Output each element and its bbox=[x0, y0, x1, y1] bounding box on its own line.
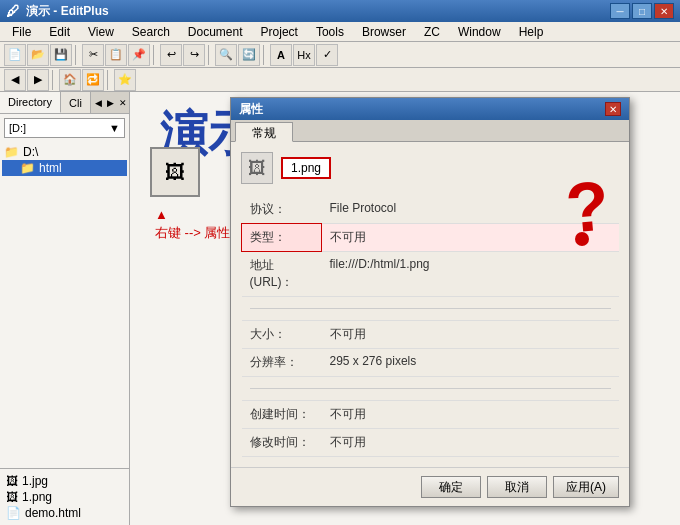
prop-key-size: 大小： bbox=[242, 321, 322, 349]
prop-row-div1 bbox=[242, 297, 620, 321]
dialog-title-bar: 属性 ✕ bbox=[231, 98, 629, 120]
toolbar: 📄 📂 💾 ✂ 📋 📌 ↩ ↪ 🔍 🔄 A Hx ✓ bbox=[0, 42, 680, 68]
prop-row-type: 类型： 不可用 bbox=[242, 224, 620, 252]
menu-tools[interactable]: Tools bbox=[308, 24, 352, 40]
prop-key-res: 分辨率： bbox=[242, 349, 322, 377]
menu-search[interactable]: Search bbox=[124, 24, 178, 40]
file-header: 🖼 1.png bbox=[241, 152, 619, 184]
menu-browser[interactable]: Browser bbox=[354, 24, 414, 40]
arrow-left-icon[interactable]: ◀ bbox=[93, 98, 104, 108]
spell-button[interactable]: ✓ bbox=[316, 44, 338, 66]
separator-5 bbox=[52, 70, 56, 90]
separator-4 bbox=[263, 45, 267, 65]
directory-tree: 📁 D:\ 📁 html bbox=[0, 142, 129, 468]
dialog-title-text: 属性 bbox=[239, 101, 605, 118]
refresh-button[interactable]: 🔁 bbox=[82, 69, 104, 91]
copy-button[interactable]: 📋 bbox=[105, 44, 127, 66]
tab-directory[interactable]: Directory bbox=[0, 92, 61, 113]
folder-icon: 📁 bbox=[4, 145, 19, 159]
open-button[interactable]: 📂 bbox=[27, 44, 49, 66]
dialog-tabs: 常规 bbox=[231, 120, 629, 142]
menu-help[interactable]: Help bbox=[511, 24, 552, 40]
file-icon-html: 📄 bbox=[6, 506, 21, 520]
maximize-button[interactable]: □ bbox=[632, 3, 652, 19]
file-icon-png: 🖼 bbox=[6, 490, 18, 504]
prop-val-modified: 不可用 bbox=[322, 429, 620, 457]
redo-button[interactable]: ↪ bbox=[183, 44, 205, 66]
question-mark-decoration: ? bbox=[563, 170, 612, 243]
home-button[interactable]: 🏠 bbox=[59, 69, 81, 91]
prop-val-size: 不可用 bbox=[322, 321, 620, 349]
properties-dialog[interactable]: 属性 ✕ 常规 🖼 1.png ? 协议： File bbox=[230, 97, 630, 507]
cancel-button[interactable]: 取消 bbox=[487, 476, 547, 498]
find-button[interactable]: 🔍 bbox=[215, 44, 237, 66]
replace-button[interactable]: 🔄 bbox=[238, 44, 260, 66]
format-button[interactable]: Hx bbox=[293, 44, 315, 66]
file-item-jpg[interactable]: 🖼 1.jpg bbox=[6, 473, 123, 489]
separator-6 bbox=[107, 70, 111, 90]
menu-document[interactable]: Document bbox=[180, 24, 251, 40]
close-sidebar-icon[interactable]: ✕ bbox=[117, 98, 129, 108]
folder-icon-html: 📁 bbox=[20, 161, 35, 175]
prop-val-url: file:///D:/html/1.png bbox=[322, 252, 620, 297]
tab-general[interactable]: 常规 bbox=[235, 122, 293, 142]
forward-button[interactable]: ▶ bbox=[27, 69, 49, 91]
tree-item-html[interactable]: 📁 html bbox=[2, 160, 127, 176]
sidebar-files: 🖼 1.jpg 🖼 1.png 📄 demo.html bbox=[0, 468, 129, 525]
minimize-button[interactable]: ─ bbox=[610, 3, 630, 19]
prop-key-modified: 修改时间： bbox=[242, 429, 322, 457]
tree-item-d[interactable]: 📁 D:\ bbox=[2, 144, 127, 160]
toolbar2: ◀ ▶ 🏠 🔁 ⭐ bbox=[0, 68, 680, 92]
divider-cell-1 bbox=[242, 297, 620, 321]
dialog-body: 🖼 1.png ? 协议： File Protocol 类型： 不可用 bbox=[231, 142, 629, 467]
favorites-button[interactable]: ⭐ bbox=[114, 69, 136, 91]
apply-button[interactable]: 应用(A) bbox=[553, 476, 619, 498]
drive-dropdown[interactable]: [D:] ▼ bbox=[4, 118, 125, 138]
prop-key-protocol: 协议： bbox=[242, 196, 322, 224]
bold-button[interactable]: A bbox=[270, 44, 292, 66]
prop-row-url: 地址(URL)： file:///D:/html/1.png bbox=[242, 252, 620, 297]
save-button[interactable]: 💾 bbox=[50, 44, 72, 66]
file-name-display: 1.png bbox=[281, 157, 331, 179]
menu-edit[interactable]: Edit bbox=[41, 24, 78, 40]
image-icon: 🖼 bbox=[165, 161, 185, 184]
undo-button[interactable]: ↩ bbox=[160, 44, 182, 66]
sidebar-tabs: Directory Cli ◀ ▶ ✕ bbox=[0, 92, 129, 114]
file-type-icon: 🖼 bbox=[241, 152, 273, 184]
prop-row-modified: 修改时间： 不可用 bbox=[242, 429, 620, 457]
file-item-html[interactable]: 📄 demo.html bbox=[6, 505, 123, 521]
dialog-close-button[interactable]: ✕ bbox=[605, 102, 621, 116]
arrow-label: 右键 --> 属性 bbox=[155, 224, 230, 242]
separator-1 bbox=[75, 45, 79, 65]
close-window-button[interactable]: ✕ bbox=[654, 3, 674, 19]
prop-val-res: 295 x 276 pixels bbox=[322, 349, 620, 377]
menu-window[interactable]: Window bbox=[450, 24, 509, 40]
cut-button[interactable]: ✂ bbox=[82, 44, 104, 66]
new-button[interactable]: 📄 bbox=[4, 44, 26, 66]
dialog-buttons: 确定 取消 应用(A) bbox=[231, 467, 629, 506]
ok-button[interactable]: 确定 bbox=[421, 476, 481, 498]
arrow-right-icon[interactable]: ▶ bbox=[105, 98, 116, 108]
back-button[interactable]: ◀ bbox=[4, 69, 26, 91]
question-dot-decoration bbox=[575, 232, 589, 246]
file-item-png[interactable]: 🖼 1.png bbox=[6, 489, 123, 505]
menu-bar: File Edit View Search Document Project T… bbox=[0, 22, 680, 42]
prop-row-created: 创建时间： 不可用 bbox=[242, 401, 620, 429]
sidebar: Directory Cli ◀ ▶ ✕ [D:] ▼ 📁 D:\ 📁 html bbox=[0, 92, 130, 525]
properties-table: 协议： File Protocol 类型： 不可用 地址(URL)： file:… bbox=[241, 196, 619, 457]
arrow-up-indicator: ▲ bbox=[155, 207, 230, 222]
menu-view[interactable]: View bbox=[80, 24, 122, 40]
file-label-jpg: 1.jpg bbox=[22, 474, 48, 488]
menu-project[interactable]: Project bbox=[253, 24, 306, 40]
menu-zc[interactable]: ZC bbox=[416, 24, 448, 40]
prop-key-url: 地址(URL)： bbox=[242, 252, 322, 297]
tab-clip[interactable]: Cli bbox=[61, 92, 91, 113]
paste-button[interactable]: 📌 bbox=[128, 44, 150, 66]
tree-item-label: D:\ bbox=[23, 145, 38, 159]
content-area: 演示 🖼 ▲ 右键 --> 属性 属性 ✕ 常规 🖼 1.png bbox=[130, 92, 680, 525]
annotation-arrow: ▲ 右键 --> 属性 bbox=[155, 207, 230, 242]
prop-row-div2 bbox=[242, 377, 620, 401]
menu-file[interactable]: File bbox=[4, 24, 39, 40]
image-placeholder: 🖼 bbox=[150, 147, 200, 197]
title-bar: 🖊 演示 - EditPlus ─ □ ✕ bbox=[0, 0, 680, 22]
